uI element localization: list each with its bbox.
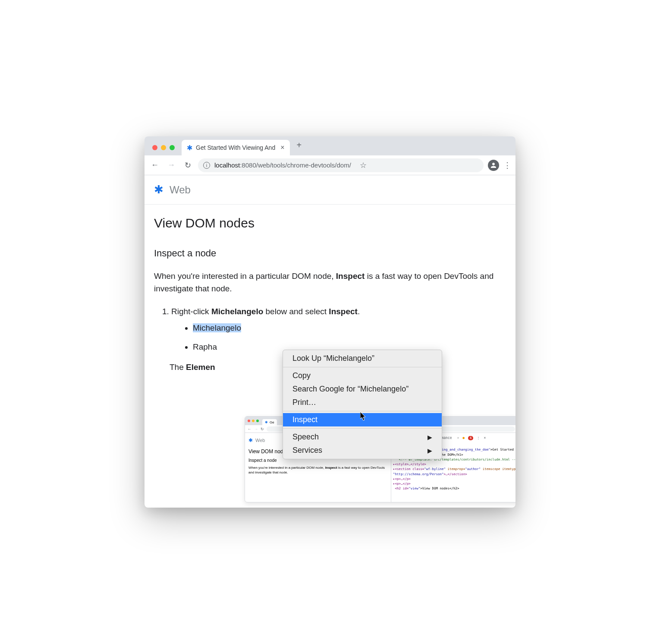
intro-paragraph: When you're interested in a particular D… (154, 270, 506, 295)
mini-tab: ✱Ge (262, 419, 277, 425)
ctx-print[interactable]: Print… (283, 396, 442, 409)
tab-title: Get Started With Viewing And (196, 144, 275, 151)
url-text: localhost:8080/web/tools/chrome-devtools… (214, 161, 351, 169)
tab-strip: ✱ Get Started With Viewing And × + (145, 136, 515, 155)
browser-window: ✱ Get Started With Viewing And × + ← → ↻… (145, 136, 515, 508)
maximize-window-button[interactable] (170, 145, 175, 150)
close-tab-icon[interactable]: × (280, 144, 284, 152)
highlighted-text: Michelangelo (193, 323, 241, 332)
steps-list: Right-click Michelangelo below and selec… (154, 307, 506, 352)
forward-button[interactable]: → (165, 159, 177, 171)
browser-tab[interactable]: ✱ Get Started With Viewing And × (182, 140, 290, 155)
site-title: Web (170, 184, 191, 196)
page-h1: View DOM nodes (154, 216, 506, 230)
reload-button[interactable]: ↻ (182, 159, 194, 171)
submenu-arrow-icon: ▶ (427, 434, 432, 441)
favicon-icon: ✱ (187, 144, 192, 152)
browser-toolbar: ← → ↻ i localhost:8080/web/tools/chrome-… (145, 155, 515, 175)
ctx-search[interactable]: Search Google for “Michelangelo” (283, 382, 442, 396)
turtles-list: Michelangelo Rapha (171, 323, 506, 352)
list-item[interactable]: Michelangelo (193, 323, 506, 333)
submenu-arrow-icon: ▶ (427, 447, 432, 454)
page-h2: Inspect a node (154, 248, 506, 259)
mini-close-icon (248, 420, 250, 422)
separator (283, 367, 442, 367)
context-menu: Look Up “Michelangelo” Copy Search Googl… (283, 350, 442, 459)
ctx-speech[interactable]: Speech▶ (283, 430, 442, 444)
site-logo-icon: ✱ (154, 183, 163, 196)
site-info-icon[interactable]: i (203, 162, 210, 169)
minimize-window-button[interactable] (161, 145, 166, 150)
error-badge: 6 (468, 436, 473, 441)
mini-min-icon (252, 420, 255, 422)
ctx-copy[interactable]: Copy (283, 369, 442, 382)
ctx-inspect[interactable]: Inspect (283, 413, 442, 426)
ctx-services[interactable]: Services▶ (283, 444, 442, 457)
window-controls (149, 145, 178, 155)
chrome-menu-button[interactable]: ⋮ (503, 161, 511, 170)
profile-button[interactable] (488, 160, 499, 171)
ctx-lookup[interactable]: Look Up “Michelangelo” (283, 352, 442, 365)
site-header: ✱ Web (145, 175, 515, 205)
mini-max-icon (256, 420, 259, 422)
back-button[interactable]: ← (149, 159, 161, 171)
step-1: Right-click Michelangelo below and selec… (171, 307, 506, 352)
new-tab-button[interactable]: + (292, 138, 306, 153)
separator (283, 411, 442, 411)
separator (283, 428, 442, 429)
warning-icon: ● (462, 436, 465, 441)
address-bar[interactable]: i localhost:8080/web/tools/chrome-devtoo… (198, 158, 484, 172)
bookmark-icon[interactable]: ☆ (360, 161, 367, 170)
close-window-button[interactable] (152, 145, 157, 150)
